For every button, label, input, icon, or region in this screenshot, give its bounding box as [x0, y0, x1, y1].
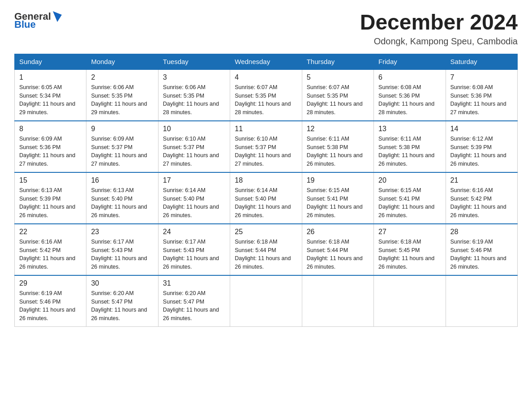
title-area: December 2024 Odongk, Kampong Speu, Camb… — [360, 11, 518, 47]
day-number: 2 — [91, 73, 153, 81]
day-info: Sunrise: 6:09 AMSunset: 5:37 PMDaylight:… — [91, 135, 153, 168]
day-number: 26 — [307, 228, 369, 236]
column-header-saturday: Saturday — [446, 54, 517, 69]
week-row-3: 15Sunrise: 6:13 AMSunset: 5:39 PMDayligh… — [15, 172, 518, 224]
day-info: Sunrise: 6:16 AMSunset: 5:42 PMDaylight:… — [19, 238, 82, 271]
day-number: 7 — [450, 73, 513, 81]
day-number: 4 — [235, 73, 297, 81]
calendar-cell: 23Sunrise: 6:17 AMSunset: 5:43 PMDayligh… — [86, 224, 158, 275]
column-header-tuesday: Tuesday — [158, 54, 230, 69]
day-number: 12 — [307, 125, 369, 133]
header-row: SundayMondayTuesdayWednesdayThursdayFrid… — [15, 54, 518, 69]
day-info: Sunrise: 6:15 AMSunset: 5:41 PMDaylight:… — [307, 186, 369, 220]
calendar-cell: 17Sunrise: 6:14 AMSunset: 5:40 PMDayligh… — [158, 172, 230, 224]
day-number: 28 — [450, 228, 513, 236]
day-number: 22 — [19, 228, 82, 236]
week-row-1: 1Sunrise: 6:05 AMSunset: 5:34 PMDaylight… — [15, 69, 518, 121]
day-number: 29 — [19, 279, 82, 287]
day-info: Sunrise: 6:07 AMSunset: 5:35 PMDaylight:… — [235, 83, 297, 117]
calendar-cell: 15Sunrise: 6:13 AMSunset: 5:39 PMDayligh… — [15, 172, 86, 224]
day-info: Sunrise: 6:10 AMSunset: 5:37 PMDaylight:… — [235, 135, 297, 168]
calendar-cell — [374, 275, 446, 327]
day-number: 25 — [235, 228, 297, 236]
day-number: 23 — [91, 228, 153, 236]
calendar-cell: 18Sunrise: 6:14 AMSunset: 5:40 PMDayligh… — [230, 172, 302, 224]
day-info: Sunrise: 6:11 AMSunset: 5:38 PMDaylight:… — [378, 135, 441, 168]
day-info: Sunrise: 6:06 AMSunset: 5:35 PMDaylight:… — [163, 83, 225, 117]
calendar-cell: 31Sunrise: 6:20 AMSunset: 5:47 PMDayligh… — [158, 275, 230, 327]
day-number: 24 — [163, 228, 225, 236]
day-info: Sunrise: 6:07 AMSunset: 5:35 PMDaylight:… — [307, 83, 369, 117]
day-number: 14 — [450, 125, 513, 133]
day-number: 11 — [235, 125, 297, 133]
calendar-cell: 24Sunrise: 6:17 AMSunset: 5:43 PMDayligh… — [158, 224, 230, 275]
day-number: 16 — [91, 176, 153, 184]
logo-text-blue: Blue — [14, 19, 63, 30]
calendar-cell: 8Sunrise: 6:09 AMSunset: 5:36 PMDaylight… — [15, 121, 86, 172]
day-number: 1 — [19, 73, 82, 81]
day-info: Sunrise: 6:20 AMSunset: 5:47 PMDaylight:… — [163, 289, 225, 323]
day-info: Sunrise: 6:06 AMSunset: 5:35 PMDaylight:… — [91, 83, 153, 117]
week-row-5: 29Sunrise: 6:19 AMSunset: 5:46 PMDayligh… — [15, 275, 518, 327]
calendar-cell — [446, 275, 517, 327]
calendar-cell: 27Sunrise: 6:18 AMSunset: 5:45 PMDayligh… — [374, 224, 446, 275]
day-info: Sunrise: 6:10 AMSunset: 5:37 PMDaylight:… — [163, 135, 225, 168]
day-number: 15 — [19, 176, 82, 184]
calendar-cell: 9Sunrise: 6:09 AMSunset: 5:37 PMDaylight… — [86, 121, 158, 172]
day-number: 5 — [307, 73, 369, 81]
day-number: 3 — [163, 73, 225, 81]
day-number: 17 — [163, 176, 225, 184]
calendar-cell: 11Sunrise: 6:10 AMSunset: 5:37 PMDayligh… — [230, 121, 302, 172]
page-header: General Blue December 2024 Odongk, Kampo… — [14, 11, 518, 47]
day-info: Sunrise: 6:19 AMSunset: 5:46 PMDaylight:… — [19, 289, 82, 323]
day-info: Sunrise: 6:13 AMSunset: 5:40 PMDaylight:… — [91, 186, 153, 220]
calendar-cell: 19Sunrise: 6:15 AMSunset: 5:41 PMDayligh… — [302, 172, 373, 224]
day-number: 8 — [19, 125, 82, 133]
calendar-cell — [230, 275, 302, 327]
day-info: Sunrise: 6:14 AMSunset: 5:40 PMDaylight:… — [235, 186, 297, 220]
calendar-cell: 30Sunrise: 6:20 AMSunset: 5:47 PMDayligh… — [86, 275, 158, 327]
calendar-cell: 22Sunrise: 6:16 AMSunset: 5:42 PMDayligh… — [15, 224, 86, 275]
calendar-cell: 29Sunrise: 6:19 AMSunset: 5:46 PMDayligh… — [15, 275, 86, 327]
column-header-thursday: Thursday — [302, 54, 373, 69]
day-info: Sunrise: 6:16 AMSunset: 5:42 PMDaylight:… — [450, 186, 513, 220]
day-number: 13 — [378, 125, 441, 133]
calendar-cell: 25Sunrise: 6:18 AMSunset: 5:44 PMDayligh… — [230, 224, 302, 275]
day-number: 21 — [450, 176, 513, 184]
calendar-header: SundayMondayTuesdayWednesdayThursdayFrid… — [15, 54, 518, 69]
day-info: Sunrise: 6:08 AMSunset: 5:36 PMDaylight:… — [450, 83, 513, 117]
logo-area: General Blue — [14, 11, 63, 30]
day-number: 27 — [378, 228, 441, 236]
day-number: 30 — [91, 279, 153, 287]
column-header-wednesday: Wednesday — [230, 54, 302, 69]
day-info: Sunrise: 6:18 AMSunset: 5:44 PMDaylight:… — [307, 238, 369, 271]
calendar-cell: 6Sunrise: 6:08 AMSunset: 5:36 PMDaylight… — [374, 69, 446, 121]
calendar-cell: 7Sunrise: 6:08 AMSunset: 5:36 PMDaylight… — [446, 69, 517, 121]
calendar-cell: 3Sunrise: 6:06 AMSunset: 5:35 PMDaylight… — [158, 69, 230, 121]
day-info: Sunrise: 6:19 AMSunset: 5:46 PMDaylight:… — [450, 238, 513, 271]
calendar-cell: 10Sunrise: 6:10 AMSunset: 5:37 PMDayligh… — [158, 121, 230, 172]
week-row-2: 8Sunrise: 6:09 AMSunset: 5:36 PMDaylight… — [15, 121, 518, 172]
day-number: 20 — [378, 176, 441, 184]
calendar-cell: 14Sunrise: 6:12 AMSunset: 5:39 PMDayligh… — [446, 121, 517, 172]
calendar-cell: 5Sunrise: 6:07 AMSunset: 5:35 PMDaylight… — [302, 69, 373, 121]
day-number: 31 — [163, 279, 225, 287]
page-title: December 2024 — [360, 11, 518, 34]
day-info: Sunrise: 6:15 AMSunset: 5:41 PMDaylight:… — [378, 186, 441, 220]
day-number: 9 — [91, 125, 153, 133]
column-header-sunday: Sunday — [15, 54, 86, 69]
calendar-table: SundayMondayTuesdayWednesdayThursdayFrid… — [14, 54, 518, 327]
calendar-cell: 12Sunrise: 6:11 AMSunset: 5:38 PMDayligh… — [302, 121, 373, 172]
column-header-friday: Friday — [374, 54, 446, 69]
calendar-cell: 16Sunrise: 6:13 AMSunset: 5:40 PMDayligh… — [86, 172, 158, 224]
day-number: 19 — [307, 176, 369, 184]
day-info: Sunrise: 6:18 AMSunset: 5:45 PMDaylight:… — [378, 238, 441, 271]
day-info: Sunrise: 6:08 AMSunset: 5:36 PMDaylight:… — [378, 83, 441, 117]
day-info: Sunrise: 6:12 AMSunset: 5:39 PMDaylight:… — [450, 135, 513, 168]
page-subtitle: Odongk, Kampong Speu, Cambodia — [360, 36, 518, 47]
column-header-monday: Monday — [86, 54, 158, 69]
day-number: 18 — [235, 176, 297, 184]
calendar-cell: 28Sunrise: 6:19 AMSunset: 5:46 PMDayligh… — [446, 224, 517, 275]
day-info: Sunrise: 6:09 AMSunset: 5:36 PMDaylight:… — [19, 135, 82, 168]
day-info: Sunrise: 6:20 AMSunset: 5:47 PMDaylight:… — [91, 289, 153, 323]
